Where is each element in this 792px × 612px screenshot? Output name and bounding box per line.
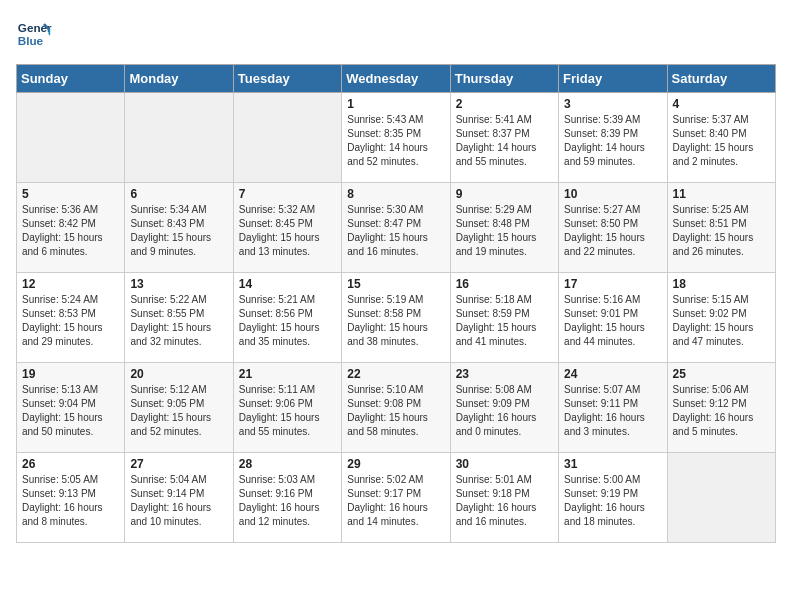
calendar-cell: 7 Sunrise: 5:32 AMSunset: 8:45 PMDayligh… xyxy=(233,183,341,273)
day-number: 7 xyxy=(239,187,336,201)
day-info: Sunrise: 5:03 AMSunset: 9:16 PMDaylight:… xyxy=(239,473,336,529)
day-info: Sunrise: 5:16 AMSunset: 9:01 PMDaylight:… xyxy=(564,293,661,349)
day-number: 1 xyxy=(347,97,444,111)
day-info: Sunrise: 5:36 AMSunset: 8:42 PMDaylight:… xyxy=(22,203,119,259)
day-number: 3 xyxy=(564,97,661,111)
day-number: 16 xyxy=(456,277,553,291)
day-info: Sunrise: 5:24 AMSunset: 8:53 PMDaylight:… xyxy=(22,293,119,349)
calendar-cell xyxy=(125,93,233,183)
day-number: 31 xyxy=(564,457,661,471)
day-number: 20 xyxy=(130,367,227,381)
calendar-cell: 6 Sunrise: 5:34 AMSunset: 8:43 PMDayligh… xyxy=(125,183,233,273)
calendar-cell: 28 Sunrise: 5:03 AMSunset: 9:16 PMDaylig… xyxy=(233,453,341,543)
calendar-cell xyxy=(233,93,341,183)
weekday-header: Tuesday xyxy=(233,65,341,93)
calendar-cell: 30 Sunrise: 5:01 AMSunset: 9:18 PMDaylig… xyxy=(450,453,558,543)
calendar-week-row: 19 Sunrise: 5:13 AMSunset: 9:04 PMDaylig… xyxy=(17,363,776,453)
weekday-header: Saturday xyxy=(667,65,775,93)
day-info: Sunrise: 5:11 AMSunset: 9:06 PMDaylight:… xyxy=(239,383,336,439)
day-info: Sunrise: 5:27 AMSunset: 8:50 PMDaylight:… xyxy=(564,203,661,259)
day-number: 27 xyxy=(130,457,227,471)
day-info: Sunrise: 5:10 AMSunset: 9:08 PMDaylight:… xyxy=(347,383,444,439)
day-info: Sunrise: 5:13 AMSunset: 9:04 PMDaylight:… xyxy=(22,383,119,439)
calendar-cell: 16 Sunrise: 5:18 AMSunset: 8:59 PMDaylig… xyxy=(450,273,558,363)
day-info: Sunrise: 5:29 AMSunset: 8:48 PMDaylight:… xyxy=(456,203,553,259)
day-number: 29 xyxy=(347,457,444,471)
calendar-cell: 24 Sunrise: 5:07 AMSunset: 9:11 PMDaylig… xyxy=(559,363,667,453)
weekday-header: Friday xyxy=(559,65,667,93)
day-info: Sunrise: 5:34 AMSunset: 8:43 PMDaylight:… xyxy=(130,203,227,259)
weekday-header: Thursday xyxy=(450,65,558,93)
day-info: Sunrise: 5:07 AMSunset: 9:11 PMDaylight:… xyxy=(564,383,661,439)
day-number: 24 xyxy=(564,367,661,381)
calendar-table: SundayMondayTuesdayWednesdayThursdayFrid… xyxy=(16,64,776,543)
day-number: 5 xyxy=(22,187,119,201)
day-info: Sunrise: 5:06 AMSunset: 9:12 PMDaylight:… xyxy=(673,383,770,439)
day-number: 2 xyxy=(456,97,553,111)
day-info: Sunrise: 5:01 AMSunset: 9:18 PMDaylight:… xyxy=(456,473,553,529)
day-number: 9 xyxy=(456,187,553,201)
day-number: 8 xyxy=(347,187,444,201)
day-number: 18 xyxy=(673,277,770,291)
day-info: Sunrise: 5:02 AMSunset: 9:17 PMDaylight:… xyxy=(347,473,444,529)
calendar-cell: 31 Sunrise: 5:00 AMSunset: 9:19 PMDaylig… xyxy=(559,453,667,543)
calendar-cell: 27 Sunrise: 5:04 AMSunset: 9:14 PMDaylig… xyxy=(125,453,233,543)
day-info: Sunrise: 5:39 AMSunset: 8:39 PMDaylight:… xyxy=(564,113,661,169)
calendar-cell: 3 Sunrise: 5:39 AMSunset: 8:39 PMDayligh… xyxy=(559,93,667,183)
day-number: 21 xyxy=(239,367,336,381)
day-info: Sunrise: 5:32 AMSunset: 8:45 PMDaylight:… xyxy=(239,203,336,259)
calendar-cell: 20 Sunrise: 5:12 AMSunset: 9:05 PMDaylig… xyxy=(125,363,233,453)
day-number: 10 xyxy=(564,187,661,201)
calendar-cell: 23 Sunrise: 5:08 AMSunset: 9:09 PMDaylig… xyxy=(450,363,558,453)
calendar-cell: 22 Sunrise: 5:10 AMSunset: 9:08 PMDaylig… xyxy=(342,363,450,453)
day-number: 26 xyxy=(22,457,119,471)
day-number: 11 xyxy=(673,187,770,201)
calendar-cell: 8 Sunrise: 5:30 AMSunset: 8:47 PMDayligh… xyxy=(342,183,450,273)
calendar-cell: 19 Sunrise: 5:13 AMSunset: 9:04 PMDaylig… xyxy=(17,363,125,453)
calendar-week-row: 5 Sunrise: 5:36 AMSunset: 8:42 PMDayligh… xyxy=(17,183,776,273)
calendar-week-row: 26 Sunrise: 5:05 AMSunset: 9:13 PMDaylig… xyxy=(17,453,776,543)
weekday-header: Monday xyxy=(125,65,233,93)
calendar-week-row: 1 Sunrise: 5:43 AMSunset: 8:35 PMDayligh… xyxy=(17,93,776,183)
calendar-cell: 26 Sunrise: 5:05 AMSunset: 9:13 PMDaylig… xyxy=(17,453,125,543)
day-number: 22 xyxy=(347,367,444,381)
day-number: 19 xyxy=(22,367,119,381)
day-number: 15 xyxy=(347,277,444,291)
calendar-cell: 10 Sunrise: 5:27 AMSunset: 8:50 PMDaylig… xyxy=(559,183,667,273)
day-info: Sunrise: 5:12 AMSunset: 9:05 PMDaylight:… xyxy=(130,383,227,439)
day-number: 17 xyxy=(564,277,661,291)
day-info: Sunrise: 5:37 AMSunset: 8:40 PMDaylight:… xyxy=(673,113,770,169)
calendar-cell: 25 Sunrise: 5:06 AMSunset: 9:12 PMDaylig… xyxy=(667,363,775,453)
calendar-cell: 18 Sunrise: 5:15 AMSunset: 9:02 PMDaylig… xyxy=(667,273,775,363)
calendar-cell: 5 Sunrise: 5:36 AMSunset: 8:42 PMDayligh… xyxy=(17,183,125,273)
svg-text:Blue: Blue xyxy=(18,34,44,47)
calendar-cell xyxy=(17,93,125,183)
day-info: Sunrise: 5:08 AMSunset: 9:09 PMDaylight:… xyxy=(456,383,553,439)
calendar-cell: 29 Sunrise: 5:02 AMSunset: 9:17 PMDaylig… xyxy=(342,453,450,543)
day-info: Sunrise: 5:00 AMSunset: 9:19 PMDaylight:… xyxy=(564,473,661,529)
day-info: Sunrise: 5:04 AMSunset: 9:14 PMDaylight:… xyxy=(130,473,227,529)
weekday-header: Wednesday xyxy=(342,65,450,93)
calendar-cell: 17 Sunrise: 5:16 AMSunset: 9:01 PMDaylig… xyxy=(559,273,667,363)
day-info: Sunrise: 5:21 AMSunset: 8:56 PMDaylight:… xyxy=(239,293,336,349)
day-info: Sunrise: 5:30 AMSunset: 8:47 PMDaylight:… xyxy=(347,203,444,259)
day-number: 30 xyxy=(456,457,553,471)
day-info: Sunrise: 5:05 AMSunset: 9:13 PMDaylight:… xyxy=(22,473,119,529)
calendar-cell: 9 Sunrise: 5:29 AMSunset: 8:48 PMDayligh… xyxy=(450,183,558,273)
weekday-header: Sunday xyxy=(17,65,125,93)
day-number: 14 xyxy=(239,277,336,291)
day-number: 6 xyxy=(130,187,227,201)
day-number: 25 xyxy=(673,367,770,381)
day-number: 28 xyxy=(239,457,336,471)
header-row: SundayMondayTuesdayWednesdayThursdayFrid… xyxy=(17,65,776,93)
page-header: General Blue xyxy=(16,16,776,52)
calendar-cell: 2 Sunrise: 5:41 AMSunset: 8:37 PMDayligh… xyxy=(450,93,558,183)
day-info: Sunrise: 5:19 AMSunset: 8:58 PMDaylight:… xyxy=(347,293,444,349)
day-number: 4 xyxy=(673,97,770,111)
calendar-cell: 14 Sunrise: 5:21 AMSunset: 8:56 PMDaylig… xyxy=(233,273,341,363)
calendar-cell: 21 Sunrise: 5:11 AMSunset: 9:06 PMDaylig… xyxy=(233,363,341,453)
day-number: 12 xyxy=(22,277,119,291)
day-info: Sunrise: 5:25 AMSunset: 8:51 PMDaylight:… xyxy=(673,203,770,259)
calendar-cell xyxy=(667,453,775,543)
calendar-cell: 11 Sunrise: 5:25 AMSunset: 8:51 PMDaylig… xyxy=(667,183,775,273)
